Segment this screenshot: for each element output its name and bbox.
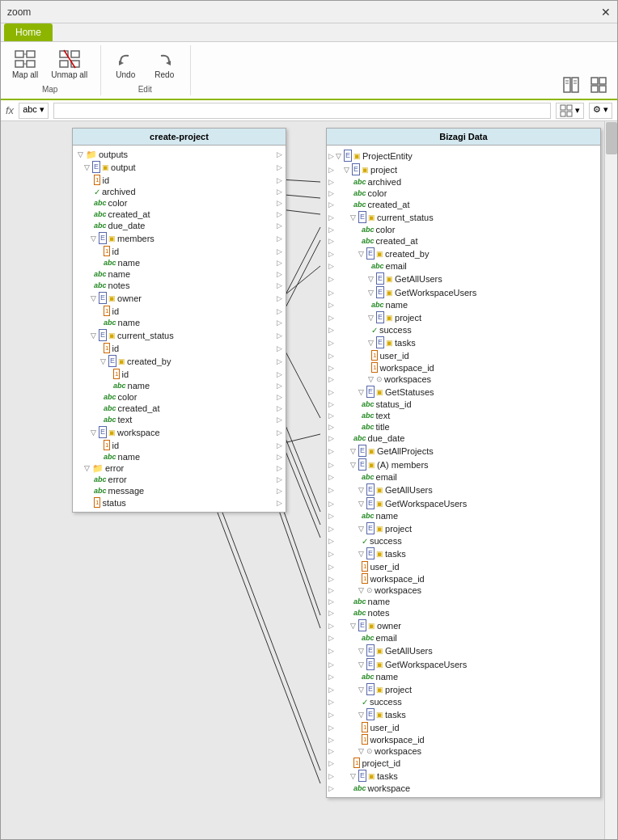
tree-expand-icon[interactable]: ▽ xyxy=(350,622,358,630)
tree-expand-icon[interactable]: ▽ xyxy=(358,500,366,508)
folder-small-icon: ▣ xyxy=(362,166,369,174)
tree-expand-icon[interactable]: ▽ xyxy=(350,213,358,222)
tree-expand-icon[interactable]: ▽ xyxy=(368,375,376,383)
tree-expand-icon[interactable]: ▽ xyxy=(78,150,86,158)
undo-button[interactable]: Undo xyxy=(108,45,143,82)
abc-icon: abc xyxy=(353,189,366,197)
map-indicator: ▷ xyxy=(277,319,284,327)
tree-expand-icon[interactable]: ▽ xyxy=(358,647,366,655)
right-arrow-icon: ▷ xyxy=(328,563,334,571)
right-arrow-icon: ▷ xyxy=(328,772,334,780)
node-label: created_at xyxy=(368,200,410,209)
map-indicator: ▷ xyxy=(277,464,284,472)
tree-expand-icon[interactable]: ▽ xyxy=(84,464,92,472)
tree-expand-icon[interactable]: ▽ xyxy=(350,772,358,780)
entity-icon: E xyxy=(366,522,375,534)
node-label: archived xyxy=(368,177,402,187)
node-label: status_id xyxy=(376,399,412,409)
tree-expand-icon[interactable]: ▽ xyxy=(358,686,366,694)
formula-input-field[interactable] xyxy=(53,103,551,119)
list-item: ▷ ✓ success xyxy=(328,535,599,547)
window-title: zoom xyxy=(7,6,31,18)
node-label: name xyxy=(118,452,141,462)
right-arrow-icon: ▷ xyxy=(328,724,334,732)
node-label: GetAllUsers xyxy=(385,646,433,656)
entity-icon: E xyxy=(99,329,107,341)
tree-expand-icon[interactable]: ▽ xyxy=(84,163,92,171)
node-label: due_date xyxy=(108,221,146,230)
tree-expand-icon[interactable]: ▽ xyxy=(368,289,376,297)
left-panel-header: create-project xyxy=(73,129,286,146)
tree-expand-icon[interactable]: ▽ xyxy=(358,550,366,558)
tree-expand-icon[interactable]: ▽ xyxy=(336,152,344,160)
tree-expand-icon[interactable]: ▽ xyxy=(358,661,366,669)
scrollbar-thumb[interactable] xyxy=(606,122,617,154)
tree-expand-icon[interactable]: ▽ xyxy=(350,461,358,469)
formula-grid-dropdown[interactable]: ▾ xyxy=(556,103,584,119)
node-label: tasks xyxy=(377,771,398,781)
right-panel: Bizagi Data ▷ ▽ E ▣ ProjectEntity ▷ xyxy=(326,128,601,798)
node-label: id xyxy=(112,441,119,450)
formula-settings-dropdown[interactable]: ⚙ ▾ xyxy=(589,103,612,119)
formula-type-dropdown[interactable]: abc ▾ xyxy=(19,103,49,119)
tree-expand-icon[interactable]: ▽ xyxy=(368,275,376,283)
entity-icon: E xyxy=(358,770,366,782)
tree-expand-icon[interactable]: ▽ xyxy=(91,331,99,340)
grid-button[interactable] xyxy=(586,74,611,95)
map-indicator: ▷ xyxy=(277,210,284,218)
tree-expand-icon[interactable]: ▽ xyxy=(368,314,376,322)
node-label: name xyxy=(118,258,141,268)
tree-expand-icon[interactable]: ▽ xyxy=(350,447,358,455)
entity-icon: E xyxy=(376,311,384,323)
tree-expand-icon[interactable]: ▽ xyxy=(358,250,366,258)
node-label: created_at xyxy=(108,209,150,219)
tree-expand-icon[interactable]: ▽ xyxy=(91,294,99,302)
node-label: message xyxy=(108,486,145,496)
tree-expand-icon[interactable]: ▽ xyxy=(100,357,108,365)
tree-expand-icon[interactable]: ▽ xyxy=(358,586,366,594)
svg-line-41 xyxy=(214,502,320,783)
list-item: ▷ ▽ E ▣ (A) members xyxy=(328,458,599,471)
tree-expand-icon[interactable]: ▽ xyxy=(358,525,366,533)
right-arrow-icon: ▷ xyxy=(328,447,334,455)
list-item: ▷ ▽ E ▣ ProjectEntity xyxy=(328,149,599,163)
node-label: (A) members xyxy=(377,460,429,470)
tree-expand-icon[interactable]: ▽ xyxy=(91,234,99,243)
abc-icon: abc xyxy=(353,178,366,186)
tree-expand-icon[interactable]: ▽ xyxy=(358,711,366,719)
tab-home[interactable]: Home xyxy=(4,23,53,41)
folder-small-icon: ▣ xyxy=(376,388,383,396)
list-item: ▷ ▽ E ▣ tasks xyxy=(328,769,599,783)
unmap-all-button[interactable]: Unmap all xyxy=(46,45,92,82)
list-item: ▷ abc color xyxy=(328,224,599,235)
abc-icon: abc xyxy=(362,423,375,431)
list-item: ▷ ▽ E ▣ project xyxy=(328,521,599,535)
svg-rect-13 xyxy=(564,78,570,92)
check-icon: ✓ xyxy=(94,188,100,196)
list-item: ▷ ▽ E ▣ GetWorkspaceUsers xyxy=(328,496,599,510)
tree-expand-icon[interactable]: ▽ xyxy=(358,747,366,755)
list-item: ▷ 1 user_id xyxy=(328,560,599,572)
node-label: tasks xyxy=(385,710,406,720)
list-item: 1 id ▷ xyxy=(74,368,284,380)
tree-expand-icon[interactable]: ▽ xyxy=(91,428,99,437)
right-tree: ▷ ▽ E ▣ ProjectEntity ▷ ▽ E ▣ project xyxy=(327,146,600,797)
vertical-scrollbar[interactable] xyxy=(604,121,617,839)
list-item: ▽ E ▣ workspace ▷ xyxy=(74,425,284,439)
node-label: color xyxy=(376,225,396,234)
map-indicator: ▷ xyxy=(277,294,284,302)
formula-bar: fx abc ▾ ▾ ⚙ ▾ xyxy=(1,100,617,121)
tree-expand-icon[interactable]: ▽ xyxy=(368,339,376,347)
list-item: abc color ▷ xyxy=(74,391,284,403)
abc-icon: abc xyxy=(362,473,375,481)
node-label: email xyxy=(376,472,397,482)
redo-button[interactable]: Redo xyxy=(146,45,182,82)
close-button[interactable]: ✕ xyxy=(601,6,611,19)
columns-button[interactable] xyxy=(559,74,583,95)
node-label: id xyxy=(112,306,119,316)
map-all-button[interactable]: Map all xyxy=(7,45,43,82)
tree-expand-icon[interactable]: ▽ xyxy=(344,166,352,174)
tree-expand-icon[interactable]: ▽ xyxy=(358,486,366,494)
tree-expand-icon[interactable]: ▽ xyxy=(358,388,366,396)
list-item: ▷ abc name xyxy=(328,299,599,310)
